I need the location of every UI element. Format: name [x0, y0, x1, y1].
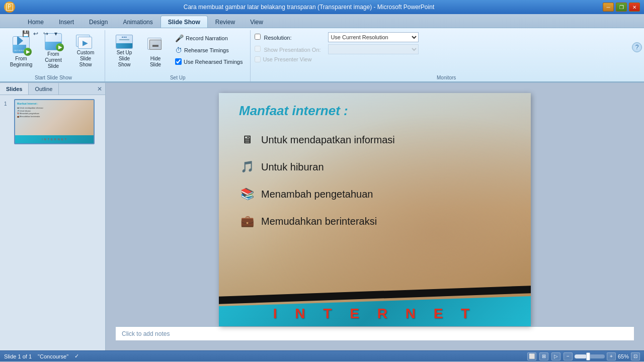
panel-close-button[interactable]: ✕ — [94, 83, 105, 95]
undo-quick-btn[interactable]: ↩ — [31, 29, 40, 38]
zoom-out-button[interactable]: − — [564, 352, 573, 360]
notes-placeholder: Click to add notes — [122, 330, 170, 337]
show-presentation-icon[interactable] — [255, 46, 261, 52]
record-icon: 🎤 — [175, 34, 184, 42]
slides-panel: Slides Outline ✕ 1 Manfaat Internet : 🖥 … — [0, 83, 106, 350]
restore-button[interactable]: ❐ — [616, 3, 627, 12]
use-rehearsed-checkbox[interactable] — [175, 58, 182, 65]
interact-icon: 💼 — [239, 215, 255, 228]
fit-window-button[interactable]: ⊡ — [631, 352, 640, 360]
tab-animations[interactable]: Animations — [115, 16, 160, 28]
quick-access-toolbar: 💾 ↩ ↪ ▾ — [21, 29, 60, 38]
rehearse-timings-label: Rehearse Timings — [184, 47, 229, 53]
titlebar-title: Cara membuat gambar latar belakang trans… — [15, 4, 603, 11]
setup-slideshow-button[interactable]: ■ ■ ■ Set UpSlide Show — [109, 32, 139, 70]
zoom-in-button[interactable]: + — [607, 352, 616, 360]
tab-insert[interactable]: Insert — [51, 16, 82, 28]
main-area: Slides Outline ✕ 1 Manfaat Internet : 🖥 … — [0, 83, 644, 350]
slides-list: 1 Manfaat Internet : 🖥 Untuk mendapatkan… — [0, 95, 105, 350]
music-icon: 🎵 — [239, 160, 255, 173]
use-rehearsed-text: Use Rehearsed Timings — [184, 59, 243, 65]
monitors-label: Monitors — [255, 75, 638, 80]
monitors-group: Resolution: Use Current Resolution Show … — [251, 30, 642, 81]
outline-tab[interactable]: Outline — [29, 83, 59, 95]
internet-footer-text: I N T E R N E T — [273, 306, 476, 322]
customize-quick-btn[interactable]: ▾ — [51, 29, 60, 38]
resolution-row: Resolution: Use Current Resolution — [255, 32, 638, 42]
show-presentation-row: Show Presentation On: — [255, 44, 638, 54]
setup-buttons: ■ ■ ■ Set UpSlide Show ▬ HideSlide — [109, 32, 246, 74]
save-quick-btn[interactable]: 💾 — [21, 29, 30, 38]
slide-footer: I N T E R N E T — [219, 286, 531, 326]
ribbon-tab-bar: Home Insert Design Animations Slide Show… — [0, 14, 644, 28]
slide-content: 🖥 Untuk mendapatkan informasi 🎵 Untuk hi… — [239, 133, 521, 242]
timer-icon: ⏱ — [175, 46, 182, 54]
slide-item-4: 💼 Memudahkan berinteraksi — [239, 215, 521, 228]
titlebar: 🄿 Cara membuat gambar latar belakang tra… — [0, 0, 644, 14]
status-left: Slide 1 of 1 "Concourse" ✓ — [4, 353, 79, 359]
slide-item-text-4: Memudahkan berinteraksi — [261, 216, 377, 227]
view-slidesorter-button[interactable]: ⊞ — [539, 352, 548, 360]
presenter-view-row: Use Presenter View — [255, 56, 638, 62]
panel-tab-bar: Slides Outline ✕ — [0, 83, 105, 95]
resolution-select[interactable]: Use Current Resolution — [328, 32, 419, 42]
monitors-content: Resolution: Use Current Resolution Show … — [255, 32, 638, 62]
help-button[interactable]: ? — [632, 42, 642, 52]
resolution-label: Resolution: — [255, 34, 325, 41]
ribbon: 💾 ↩ ↪ ▾ Home Insert Design Animations Sl… — [0, 14, 644, 83]
use-rehearsed-timings-row[interactable]: Use Rehearsed Timings — [172, 56, 246, 67]
zoom-level: 65% — [618, 353, 629, 359]
record-narration-label: Record Narration — [186, 35, 228, 41]
start-slideshow-buttons: INTERNET ▶ FromBeginning — [6, 32, 101, 74]
slide-item-text-2: Untuk hiburan — [261, 161, 324, 173]
tab-design[interactable]: Design — [82, 16, 115, 28]
use-rehearsed-label[interactable]: Use Rehearsed Timings — [175, 58, 243, 65]
check-mark: ✓ — [74, 353, 79, 359]
slide-content-area: Manfaat internet : 🖥 Untuk mendapatkan i… — [106, 83, 644, 350]
titlebar-left: 🄿 — [4, 2, 15, 13]
zoom-controls: − + 65% ⊡ — [564, 352, 640, 360]
presenter-view-checkbox[interactable] — [255, 56, 261, 62]
tab-view[interactable]: View — [243, 16, 271, 28]
custom-slideshow-button[interactable]: ▶ CustomSlide Show — [70, 32, 101, 70]
notes-area[interactable]: Click to add notes — [116, 326, 634, 340]
setup-group: ■ ■ ■ Set UpSlide Show ▬ HideSlide — [105, 30, 251, 81]
theme-name: "Concourse" — [38, 353, 68, 359]
hide-slide-button[interactable]: ▬ HideSlide — [141, 32, 170, 70]
record-narration-button[interactable]: 🎤 Record Narration — [172, 32, 246, 44]
tab-home[interactable]: Home — [20, 16, 51, 28]
close-button[interactable]: ✕ — [629, 3, 640, 12]
show-presentation-select[interactable] — [328, 44, 419, 54]
redo-quick-btn[interactable]: ↪ — [41, 29, 50, 38]
info-icon: 🖥 — [239, 133, 255, 146]
presenter-view-label[interactable]: Use Presenter View — [255, 56, 311, 62]
books-icon: 📚 — [239, 188, 255, 201]
slides-tab[interactable]: Slides — [0, 83, 29, 95]
slide-item-text-1: Untuk mendapatkan informasi — [261, 134, 395, 146]
zoom-handle[interactable] — [586, 352, 590, 360]
tab-slideshow[interactable]: Slide Show — [160, 16, 208, 28]
show-presentation-label: Show Presentation On: — [255, 46, 325, 53]
slide-item-text-3: Menambah pengetahuan — [261, 189, 373, 200]
slide-item-2: 🎵 Untuk hiburan — [239, 160, 521, 173]
slide-thumbnail-1[interactable]: 1 Manfaat Internet : 🖥 Untuk mendapatkan… — [4, 99, 101, 144]
slide-item-1: 🖥 Untuk mendapatkan informasi — [239, 133, 521, 146]
setup-group-label: Set Up — [109, 75, 246, 80]
start-slideshow-label: Start Slide Show — [6, 75, 101, 80]
slide-title: Manfaat internet : — [239, 103, 348, 119]
tab-review[interactable]: Review — [208, 16, 243, 28]
rehearse-timings-button[interactable]: ⏱ Rehearse Timings — [172, 44, 246, 56]
zoom-slider[interactable] — [575, 354, 605, 358]
minimize-button[interactable]: ─ — [603, 3, 614, 12]
status-bar: Slide 1 of 1 "Concourse" ✓ ⬜ ⊞ ▷ − + 65%… — [0, 350, 644, 361]
main-slide[interactable]: Manfaat internet : 🖥 Untuk mendapatkan i… — [219, 93, 531, 326]
office-logo[interactable]: 🄿 — [4, 2, 15, 13]
slide-thumb-image-1[interactable]: Manfaat Internet : 🖥 Untuk mendapatkan i… — [14, 99, 95, 144]
resolution-icon[interactable] — [255, 34, 261, 40]
status-right: ⬜ ⊞ ▷ − + 65% ⊡ — [527, 352, 640, 360]
view-slideshow-button[interactable]: ▷ — [551, 352, 560, 360]
titlebar-controls: ─ ❐ ✕ — [603, 3, 640, 12]
slide-item-3: 📚 Menambah pengetahuan — [239, 188, 521, 201]
view-normal-button[interactable]: ⬜ — [527, 352, 536, 360]
slide-background: Manfaat internet : 🖥 Untuk mendapatkan i… — [219, 93, 531, 326]
